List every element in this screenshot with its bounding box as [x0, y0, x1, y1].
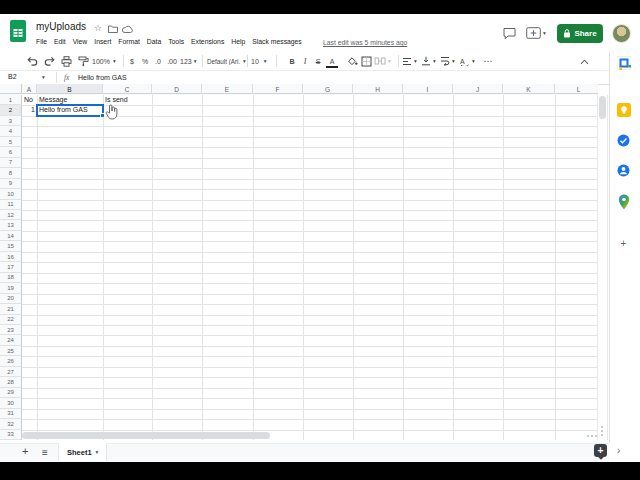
menu-data[interactable]: Data — [147, 38, 161, 45]
contacts-icon[interactable] — [616, 163, 631, 178]
borders-icon[interactable] — [360, 54, 373, 68]
strikethrough-button[interactable]: S — [312, 54, 324, 68]
text-wrap-button[interactable]: ▾ — [440, 54, 455, 68]
row-header-10[interactable]: 10 — [0, 189, 22, 199]
row-header-11[interactable]: 11 — [0, 200, 22, 210]
keep-icon[interactable] — [616, 102, 631, 117]
italic-button[interactable]: I — [299, 54, 311, 68]
row-header-19[interactable]: 19 — [0, 283, 22, 293]
text-color-button[interactable]: A — [326, 56, 338, 68]
number-format-menu[interactable]: 123▾ — [180, 54, 196, 68]
menu-help[interactable]: Help — [231, 38, 245, 45]
present-to-meeting-button[interactable]: ▾ — [526, 27, 546, 39]
row-header-24[interactable]: 24 — [0, 335, 22, 345]
menu-format[interactable]: Format — [118, 38, 140, 45]
column-header-F[interactable]: F — [253, 84, 303, 94]
calendar-icon[interactable] — [616, 55, 631, 70]
menu-edit[interactable]: Edit — [54, 38, 66, 45]
column-header-D[interactable]: D — [152, 84, 202, 94]
column-header-J[interactable]: J — [453, 84, 503, 94]
row-header-3[interactable]: 3 — [0, 116, 22, 126]
redo-icon[interactable] — [43, 54, 56, 68]
row-header-2[interactable]: 2 — [0, 105, 22, 115]
font-select[interactable]: Default (Ari... ▾ — [207, 54, 246, 68]
menu-file[interactable]: File — [36, 38, 47, 45]
column-header-B[interactable]: B — [37, 84, 103, 94]
star-icon[interactable]: ☆ — [94, 24, 102, 33]
cell-A2[interactable]: 1 — [22, 105, 37, 115]
name-box[interactable]: B2 — [8, 73, 17, 80]
row-header-33[interactable]: 33 — [0, 430, 22, 440]
menu-slack-messages[interactable]: Slack messages — [252, 38, 302, 45]
row-header-21[interactable]: 21 — [0, 304, 22, 314]
row-header-13[interactable]: 13 — [0, 220, 22, 230]
row-header-28[interactable]: 28 — [0, 377, 22, 387]
font-size-select[interactable]: 10▾ — [251, 54, 267, 68]
print-icon[interactable] — [60, 54, 73, 68]
document-title[interactable]: myUploads — [36, 21, 86, 32]
cloud-status-icon[interactable] — [122, 25, 133, 33]
account-avatar[interactable] — [612, 24, 631, 43]
row-header-14[interactable]: 14 — [0, 231, 22, 241]
decrease-decimal-button[interactable]: .0 — [152, 54, 164, 68]
row-header-22[interactable]: 22 — [0, 315, 22, 325]
maps-icon[interactable] — [616, 194, 631, 209]
column-header-K[interactable]: K — [503, 84, 555, 94]
column-header-A[interactable]: A — [22, 84, 37, 94]
row-header-7[interactable]: 7 — [0, 158, 22, 168]
row-header-16[interactable]: 16 — [0, 252, 22, 262]
row-header-6[interactable]: 6 — [0, 147, 22, 157]
merge-cells-button[interactable]: ▾ — [374, 54, 391, 68]
spreadsheet-grid[interactable]: 1234567891011121314151617181920212223242… — [0, 95, 598, 440]
vertical-scrollbar-thumb[interactable] — [599, 96, 606, 119]
vertical-scrollbar-track[interactable] — [597, 95, 608, 440]
row-header-25[interactable]: 25 — [0, 346, 22, 356]
format-percent-button[interactable]: % — [140, 54, 150, 68]
row-header-29[interactable]: 29 — [0, 388, 22, 398]
bold-button[interactable]: B — [286, 54, 298, 68]
row-header-32[interactable]: 32 — [0, 419, 22, 429]
horizontal-scrollbar-thumb[interactable] — [22, 432, 270, 439]
column-header-H[interactable]: H — [353, 84, 403, 94]
row-header-31[interactable]: 31 — [0, 409, 22, 419]
increase-decimal-button[interactable]: .00 — [165, 54, 179, 68]
sheet-tab-active[interactable]: Sheet1 ▾ — [58, 443, 107, 461]
row-header-5[interactable]: 5 — [0, 137, 22, 147]
format-currency-button[interactable]: $ — [127, 54, 137, 68]
sheets-logo-icon[interactable] — [10, 20, 26, 42]
menu-extensions[interactable]: Extensions — [191, 38, 224, 45]
sheet-tab-caret-icon[interactable]: ▾ — [96, 450, 99, 455]
column-header-C[interactable]: C — [103, 84, 152, 94]
column-header-L[interactable]: L — [555, 84, 598, 94]
name-box-caret-icon[interactable]: ▾ — [42, 75, 45, 80]
fill-color-icon[interactable] — [346, 54, 359, 68]
row-header-9[interactable]: 9 — [0, 179, 22, 189]
show-side-panel-chevron[interactable]: › — [617, 445, 620, 456]
column-header-G[interactable]: G — [303, 84, 353, 94]
menu-tools[interactable]: Tools — [168, 38, 184, 45]
row-header-20[interactable]: 20 — [0, 294, 22, 304]
vertical-align-button[interactable]: ▾ — [421, 54, 436, 68]
column-header-I[interactable]: I — [403, 84, 453, 94]
row-header-4[interactable]: 4 — [0, 126, 22, 136]
tasks-icon[interactable] — [616, 133, 631, 148]
add-sheet-icon[interactable]: + — [22, 446, 28, 457]
undo-icon[interactable] — [26, 54, 39, 68]
last-edit-link[interactable]: Last edit was 5 minutes ago — [323, 39, 407, 46]
column-header-E[interactable]: E — [202, 84, 253, 94]
row-header-17[interactable]: 17 — [0, 262, 22, 272]
get-addons-icon[interactable]: + — [616, 236, 631, 251]
more-toolbar-button[interactable]: ⋯ — [481, 54, 495, 68]
comment-icon[interactable] — [503, 27, 516, 40]
plus-bubble-button[interactable]: + — [594, 444, 607, 457]
horizontal-align-button[interactable]: ▾ — [402, 54, 417, 68]
row-header-12[interactable]: 12 — [0, 210, 22, 220]
menu-view[interactable]: View — [73, 38, 88, 45]
collapse-toolbar-icon[interactable] — [580, 55, 589, 69]
zoom-select[interactable]: 100%▾ — [92, 54, 116, 68]
select-all-corner[interactable] — [0, 84, 22, 94]
share-button[interactable]: Share — [557, 24, 603, 43]
formula-input[interactable]: Hello from GAS — [78, 74, 127, 81]
text-rotation-button[interactable]: A ▾ — [459, 54, 475, 68]
move-folder-icon[interactable] — [108, 25, 118, 33]
